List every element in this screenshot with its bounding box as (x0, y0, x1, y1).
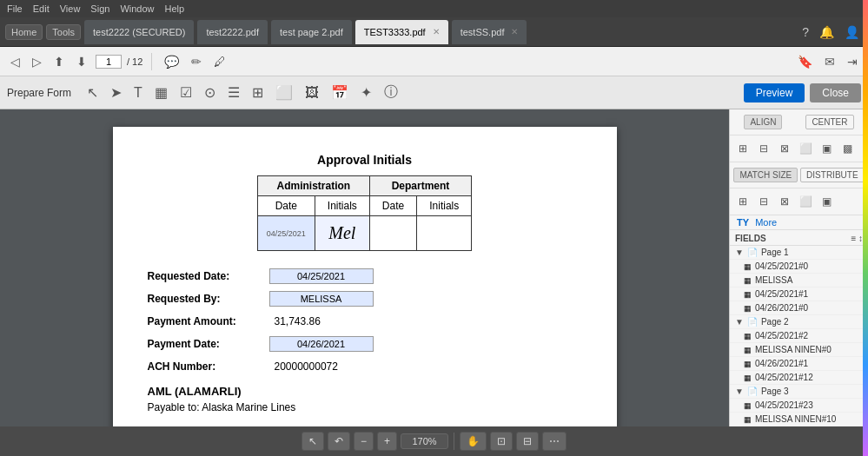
list-tool[interactable]: ☰ (224, 83, 243, 102)
match-width-icon[interactable]: ⊞ (733, 192, 752, 211)
tab-label: test2222.pdf (206, 27, 259, 37)
account-icon[interactable]: 👤 (841, 23, 863, 41)
sign-icon[interactable]: 🖊 (210, 53, 229, 70)
distribute-button[interactable]: DISTRIBUTE (800, 168, 864, 182)
more-link[interactable]: TY More (730, 215, 868, 230)
zoom-out-btn[interactable]: − (354, 432, 374, 451)
fit-width-btn[interactable]: ⊟ (516, 432, 539, 451)
back-icon[interactable]: ◁ (7, 53, 23, 70)
radio-tool[interactable]: ⊙ (201, 83, 219, 102)
more-label[interactable]: More (755, 217, 777, 228)
dropdown-tool[interactable]: ⊞ (248, 83, 267, 102)
ty-icon: TY (737, 217, 749, 228)
page3-row[interactable]: ▼ 📄 Page 3 (730, 385, 868, 399)
comment-icon[interactable]: 💬 (161, 53, 182, 70)
prev-page-icon[interactable]: ⬆ (50, 53, 68, 70)
email-icon[interactable]: ✉ (821, 53, 838, 70)
menu-sign[interactable]: Sign (90, 3, 109, 14)
field-melissa-ninen-0[interactable]: ▦ MELISSA NINEN#0 (730, 343, 868, 357)
bottom-toolbar: ↖ ↶ − + 170% ✋ ⊡ ⊟ ⋯ (0, 426, 868, 456)
dept-initials-value[interactable] (417, 216, 472, 251)
dept-date-value[interactable] (369, 216, 416, 251)
requested-date-field[interactable]: 04/25/2021 (269, 268, 374, 284)
menu-window[interactable]: Window (120, 3, 154, 14)
match-size-button[interactable]: MATCH SIZE (733, 168, 798, 182)
home-button[interactable]: Home (5, 24, 43, 40)
admin-date-value[interactable]: 04/25/2021 (257, 216, 315, 251)
match-both-icon[interactable]: ⊠ (775, 192, 794, 211)
align-center-h-icon[interactable]: ⊟ (754, 139, 773, 158)
menubar: File Edit View Sign Window Help (0, 0, 868, 17)
field-icon: ▦ (744, 373, 752, 382)
tools-button[interactable]: Tools (46, 24, 81, 40)
field-04252021-12[interactable]: ▦ 04/25/2021#12 (730, 371, 868, 385)
requested-by-field[interactable]: MELISSA (269, 291, 374, 307)
right-panel-top: ALIGN CENTER (730, 109, 868, 135)
field-04252021-2[interactable]: ▦ 04/25/2021#2 (730, 329, 868, 343)
pencil-icon[interactable]: ✏ (188, 53, 205, 70)
date-tool[interactable]: 📅 (328, 83, 352, 102)
tab-test2222pdf[interactable]: test2222.pdf (197, 20, 268, 44)
tab-testss[interactable]: testSS.pdf ✕ (452, 20, 527, 44)
page-number-input[interactable] (96, 55, 122, 69)
undo-btn[interactable]: ↶ (328, 432, 350, 451)
notification-icon[interactable]: 🔔 (816, 23, 838, 41)
image-tool[interactable]: 🖼 (301, 83, 322, 102)
tab-close-icon[interactable]: ✕ (433, 27, 440, 36)
more-tools-btn[interactable]: ⋯ (542, 432, 567, 451)
close-button[interactable]: Close (810, 83, 861, 102)
page2-row[interactable]: ▼ 📄 Page 2 (730, 315, 868, 329)
next-page-icon[interactable]: ⬇ (73, 53, 90, 70)
field-icon: ▦ (744, 401, 752, 410)
page1-row[interactable]: ▼ 📄 Page 1 (730, 246, 868, 260)
forward-icon[interactable]: ▷ (29, 53, 45, 70)
field-04262021-0[interactable]: ▦ 04/26/2021#0 (730, 301, 868, 315)
payment-date-field[interactable]: 04/26/2021 (269, 336, 374, 352)
field-04252021-0[interactable]: ▦ 04/25/2021#0 (730, 260, 868, 274)
tab-test3333[interactable]: TEST3333.pdf ✕ (355, 20, 448, 44)
field-tool[interactable]: ▦ (151, 83, 171, 102)
align-left-icon[interactable]: ⊞ (733, 139, 752, 158)
align-middle-icon[interactable]: ▣ (817, 139, 836, 158)
zoom-in-btn[interactable]: + (377, 432, 397, 451)
more-tool[interactable]: ✦ (357, 83, 375, 102)
expand-icon: ▼ (735, 317, 744, 327)
checkbox-tool[interactable]: ☑ (176, 83, 195, 102)
field-04252021-23[interactable]: ▦ 04/25/2021#23 (730, 399, 868, 413)
fit-page-btn[interactable]: ⊡ (490, 432, 513, 451)
match-height-icon[interactable]: ⊟ (754, 192, 773, 211)
field-melissa-ninen-10[interactable]: ▦ MELISSA NINEN#10 (730, 413, 868, 426)
button-tool[interactable]: ⬜ (272, 83, 296, 102)
menu-view[interactable]: View (60, 3, 81, 14)
menu-help[interactable]: Help (165, 3, 185, 14)
align-top-icon[interactable]: ⬜ (796, 139, 815, 158)
dist-h-icon[interactable]: ⬜ (796, 192, 815, 211)
help-icon[interactable]: ? (798, 23, 812, 41)
field-04252021-1[interactable]: ▦ 04/25/2021#1 (730, 287, 868, 301)
hand-tool-btn[interactable]: ✋ (460, 432, 487, 451)
text-tool[interactable]: T (130, 83, 146, 102)
right-panel: ALIGN CENTER ⊞ ⊟ ⊠ ⬜ ▣ ▩ MATCH SIZE DIST… (729, 109, 868, 426)
bookmark-icon[interactable]: 🔖 (794, 53, 816, 70)
share-icon[interactable]: ⇥ (844, 53, 861, 70)
tab-test2222-secured[interactable]: test2222 (SECURED) (84, 20, 194, 44)
info-icon[interactable]: ⓘ (381, 82, 401, 103)
field-melissa[interactable]: ▦ MELISSA (730, 274, 868, 287)
align-right-icon[interactable]: ⊠ (775, 139, 794, 158)
align-button[interactable]: ALIGN (744, 115, 782, 129)
cursor-tool-btn[interactable]: ↖ (301, 432, 324, 451)
preview-button[interactable]: Preview (744, 83, 805, 102)
admin-initials-value[interactable]: Mel (315, 216, 369, 251)
ach-number-label: ACH Number: (148, 360, 269, 373)
fields-sort-icon[interactable]: ≡ ↕ (851, 234, 863, 243)
menu-file[interactable]: File (7, 3, 23, 14)
tab-testpage2[interactable]: test page 2.pdf (271, 20, 352, 44)
align-bottom-icon[interactable]: ▩ (838, 139, 857, 158)
arrow-tool[interactable]: ➤ (107, 83, 125, 102)
field-04262021-1[interactable]: ▦ 04/26/2021#1 (730, 357, 868, 371)
cursor-tool[interactable]: ↖ (83, 83, 102, 102)
center-button[interactable]: CENTER (805, 115, 853, 129)
dist-v-icon[interactable]: ▣ (817, 192, 836, 211)
menu-edit[interactable]: Edit (33, 3, 50, 14)
tab-close-icon[interactable]: ✕ (511, 27, 518, 36)
